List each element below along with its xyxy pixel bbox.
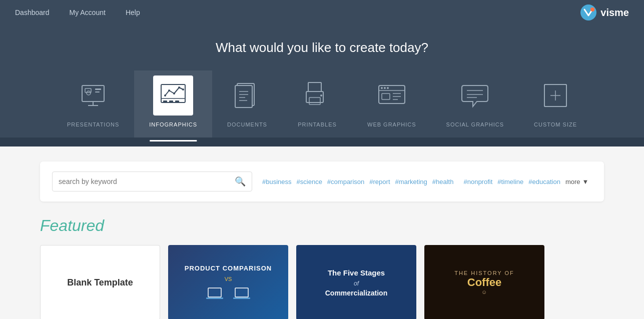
custom-size-icon-wrap (535, 76, 575, 116)
category-presentations[interactable]: PRESENTATIONS (52, 70, 134, 138)
svg-point-14 (178, 86, 180, 88)
social-graphics-icon-wrap (455, 76, 495, 116)
categories-row: PRESENTATIONS INFOGRAPHIC (0, 70, 644, 138)
hero-section: What would you like to create today? PRE… (0, 25, 644, 138)
visme-logo-icon (579, 4, 597, 22)
product-comparison-title: PRODUCT COMPARISON (185, 264, 272, 272)
infographics-icon-wrap (153, 76, 193, 116)
svg-rect-25 (308, 82, 321, 92)
laptop-right-icon (230, 287, 250, 301)
svg-rect-31 (382, 94, 390, 100)
tag-marketing[interactable]: #marketing (395, 178, 427, 186)
svg-rect-16 (163, 100, 167, 102)
more-label: more (565, 178, 580, 186)
documents-icon (232, 80, 262, 110)
navigation: Dashboard My Account Help visme (0, 0, 644, 25)
chevron-down-icon: ▼ (582, 178, 589, 186)
svg-rect-53 (206, 298, 223, 299)
svg-rect-27 (309, 98, 320, 104)
hero-bottom-bar (0, 138, 644, 146)
card-product-comparison[interactable]: PRODUCT COMPARISON VS (168, 245, 288, 319)
nav-links: Dashboard My Account Help (15, 8, 579, 16)
nav-my-account[interactable]: My Account (70, 8, 106, 16)
logo[interactable]: visme (579, 4, 629, 22)
svg-rect-17 (169, 100, 173, 102)
coffee-subtitle: ☺ (481, 289, 487, 295)
social-graphics-label: SOCIAL GRAPHICS (446, 122, 504, 128)
tag-health[interactable]: #health (432, 178, 454, 186)
main-content: 🔍 #business #science #comparison #report… (0, 146, 644, 319)
svg-rect-5 (95, 92, 100, 92)
svg-rect-55 (235, 288, 248, 297)
svg-point-35 (381, 87, 383, 89)
product-vs-label: VS (225, 276, 232, 282)
tag-report[interactable]: #report (369, 178, 390, 186)
svg-rect-4 (95, 88, 101, 90)
documents-label: DOCUMENTS (227, 122, 267, 128)
svg-point-1 (590, 8, 594, 12)
svg-rect-20 (235, 86, 252, 108)
svg-point-13 (173, 92, 175, 94)
tag-education[interactable]: #education (528, 178, 560, 186)
search-icon: 🔍 (235, 176, 246, 187)
printables-icon-wrap (297, 76, 337, 116)
svg-rect-52 (208, 288, 221, 297)
presentations-icon-wrap (73, 76, 113, 116)
documents-icon-wrap (227, 76, 267, 116)
svg-rect-56 (233, 298, 250, 299)
tag-nonprofit[interactable]: #nonprofit (463, 178, 492, 186)
svg-point-8 (87, 91, 91, 95)
featured-title: Featured (40, 216, 604, 235)
five-stages-sub2: Commercialization (325, 289, 387, 297)
svg-rect-2 (82, 86, 104, 102)
featured-cards-row: Blank Template PRODUCT COMPARISON VS The… (40, 245, 604, 319)
presentations-icon (78, 80, 108, 110)
card-coffee[interactable]: THE HISTORY OF Coffee ☺ (424, 245, 544, 319)
tag-comparison[interactable]: #comparison (327, 178, 364, 186)
category-documents[interactable]: DOCUMENTS (212, 70, 282, 138)
social-graphics-icon (460, 80, 490, 110)
nav-help[interactable]: Help (126, 8, 140, 16)
tag-science[interactable]: #science (297, 178, 322, 186)
svg-point-0 (580, 4, 596, 20)
infographics-label: INFOGRAPHICS (149, 122, 197, 128)
tag-timeline[interactable]: #timeline (497, 178, 523, 186)
hero-title: What would you like to create today? (0, 40, 644, 56)
category-custom-size[interactable]: CUSTOM SIZE (519, 70, 592, 138)
web-graphics-icon-wrap (372, 76, 412, 116)
svg-point-36 (384, 87, 386, 89)
svg-point-12 (168, 90, 170, 92)
category-infographics[interactable]: INFOGRAPHICS (134, 70, 212, 138)
category-printables[interactable]: PRINTABLES (282, 70, 352, 138)
visme-logo-text: visme (600, 7, 629, 18)
category-web-graphics[interactable]: WEB GRAPHICS (352, 70, 431, 138)
five-stages-subtitle: of (354, 280, 359, 287)
custom-size-label: CUSTOM SIZE (534, 122, 577, 128)
search-section: 🔍 #business #science #comparison #report… (40, 162, 604, 202)
category-social-graphics[interactable]: SOCIAL GRAPHICS (431, 70, 519, 138)
printables-icon (302, 80, 332, 110)
coffee-label: THE HISTORY OF (454, 270, 514, 276)
svg-point-15 (182, 88, 184, 90)
svg-point-37 (387, 87, 389, 89)
more-tags-button[interactable]: more ▼ (565, 178, 589, 186)
web-graphics-icon (377, 80, 407, 110)
card-five-stages[interactable]: The Five Stages of Commercialization (296, 245, 416, 319)
card-blank-template[interactable]: Blank Template (40, 245, 160, 319)
nav-dashboard[interactable]: Dashboard (15, 8, 50, 16)
blank-template-title: Blank Template (67, 278, 133, 288)
coffee-title: Coffee (467, 276, 501, 289)
tag-business[interactable]: #business (262, 178, 292, 186)
search-input[interactable] (59, 178, 230, 186)
laptop-left-icon (206, 287, 226, 301)
svg-point-11 (164, 94, 166, 96)
laptops-icons (206, 287, 250, 301)
svg-rect-18 (175, 100, 179, 102)
svg-rect-26 (306, 92, 323, 102)
tags-wrap: #business #science #comparison #report #… (262, 177, 592, 186)
five-stages-title: The Five Stages (328, 268, 385, 278)
presentations-label: PRESENTATIONS (67, 122, 119, 128)
infographics-icon (158, 80, 188, 110)
custom-size-icon (540, 80, 570, 110)
search-input-wrap[interactable]: 🔍 (52, 172, 252, 192)
